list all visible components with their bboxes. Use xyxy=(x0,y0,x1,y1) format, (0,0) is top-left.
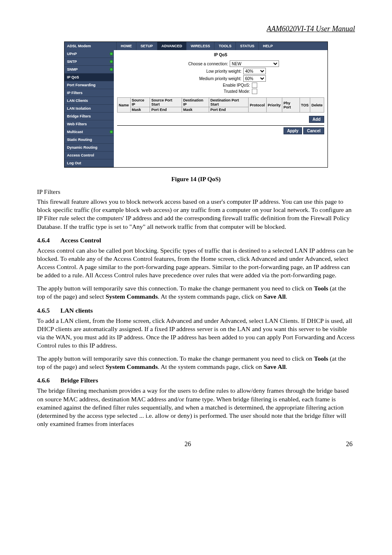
apply-button[interactable]: Apply xyxy=(284,127,302,134)
enable-ipqos-label: Enable IPQoS: xyxy=(184,83,252,88)
medium-priority-select[interactable]: 60% xyxy=(243,75,266,82)
cancel-button[interactable]: Cancel xyxy=(303,127,324,134)
sidebar-item-web-filters[interactable]: Web Filters xyxy=(65,120,114,128)
page-number-center: 26 xyxy=(39,440,336,448)
section-464-num: 4.6.4 xyxy=(37,237,50,244)
section-465-p2: The apply button will temporarily save t… xyxy=(37,355,355,371)
th-dst-mask: Mask xyxy=(182,107,209,113)
th-dst-port-start: Destination Port Start xyxy=(209,98,248,107)
tab-setup[interactable]: SETUP xyxy=(136,42,157,50)
tab-home[interactable]: HOME xyxy=(116,42,136,50)
sidebar-item-log-out[interactable]: Log Out xyxy=(65,159,114,167)
th-priority: Priority xyxy=(266,98,282,113)
section-464-p2: The apply button will temporarily save t… xyxy=(37,284,355,301)
th-src-port-start: Source Port Start xyxy=(150,98,182,107)
th-src-port-end: Port End xyxy=(150,107,182,113)
th-protocol: Protocol xyxy=(249,98,267,113)
sidebar-item-snmp[interactable]: SNMP xyxy=(65,66,114,74)
tab-wireless[interactable]: WIRELESS xyxy=(186,42,214,50)
choose-connection-label: Choose a connection: xyxy=(162,62,230,66)
sidebar-item-access-control[interactable]: Access Control xyxy=(65,152,114,159)
tab-help[interactable]: HELP xyxy=(258,42,277,50)
trusted-mode-label: Trusted Mode: xyxy=(184,89,252,94)
low-priority-select[interactable]: 40% xyxy=(243,68,266,74)
section-466-title: Bridge Filters xyxy=(60,377,98,384)
low-priority-label: Low priority weight: xyxy=(176,69,243,74)
document-header: AAM6020VI-T4 User Manual xyxy=(37,25,355,33)
th-name: Name xyxy=(118,98,131,113)
section-464-p1: Access control can also be called port b… xyxy=(37,246,355,280)
screenshot-ip-qos: ADSL Modem HOME SETUP ADVANCED WIRELESS … xyxy=(64,41,328,168)
th-dst-ip: Destination IP xyxy=(182,98,209,107)
th-dst-port-end: Port End xyxy=(209,107,248,113)
th-tos: TOS xyxy=(300,98,310,113)
th-phy-port: Phy Port xyxy=(282,98,300,113)
sidebar-item-sntp[interactable]: SNTP xyxy=(65,58,114,66)
top-nav: HOME SETUP ADVANCED WIRELESS TOOLS STATU… xyxy=(116,42,327,50)
sidebar-item-lan-isolation[interactable]: LAN Isolation xyxy=(65,105,114,113)
modem-brand: ADSL Modem xyxy=(65,42,116,50)
sidebar-item-ipqos[interactable]: IP QoS xyxy=(65,74,114,81)
sidebar-item-static-routing[interactable]: Static Routing xyxy=(65,136,114,144)
ip-filters-heading: IP Filters xyxy=(37,188,355,196)
section-466-num: 4.6.6 xyxy=(37,377,50,384)
th-src-ip: Source IP xyxy=(130,98,150,107)
medium-priority-label: Medium priority weight: xyxy=(176,76,243,81)
tab-status[interactable]: STATUS xyxy=(235,42,258,50)
tab-tools[interactable]: TOOLS xyxy=(214,42,235,50)
section-465-p1: To add a LAN client, from the Home scree… xyxy=(37,317,355,350)
sidebar-item-multicast[interactable]: Multicast xyxy=(65,128,114,136)
sidebar-item-port-forwarding[interactable]: Port Forwarding xyxy=(65,81,114,89)
ip-filters-body: This firewall feature allows you to bloc… xyxy=(37,198,355,231)
section-464-title: Access Control xyxy=(60,237,101,244)
trusted-mode-checkbox[interactable] xyxy=(252,89,257,94)
sidebar-item-dynamic-routing[interactable]: Dynamic Routing xyxy=(65,144,114,152)
th-src-mask: Mask xyxy=(130,107,150,113)
qos-rules-table: Name Source IP Source Port Start Destina… xyxy=(117,97,324,113)
section-465-title: LAN clients xyxy=(60,307,93,314)
section-465-num: 4.6.5 xyxy=(37,307,50,314)
content-title: IP QoS xyxy=(117,53,324,57)
sidebar-item-bridge-filters[interactable]: Bridge Filters xyxy=(65,113,114,120)
choose-connection-select[interactable]: NEW xyxy=(230,60,279,67)
th-delete: Delete xyxy=(310,98,324,113)
sidebar-item-upnp[interactable]: UPnP xyxy=(65,50,114,58)
figure-caption: Figure 14 (IP QoS) xyxy=(37,176,355,183)
section-466-p1: The bridge filtering mechanism provides … xyxy=(37,387,355,428)
page-number-right: 26 xyxy=(336,440,353,448)
sidebar-item-lan-clients[interactable]: LAN Clients xyxy=(65,97,114,105)
add-button[interactable]: Add xyxy=(309,116,324,123)
sidebar-item-ip-filters[interactable]: IP Filters xyxy=(65,89,114,97)
tab-advanced[interactable]: ADVANCED xyxy=(157,42,186,50)
sidebar: UPnP SNTP SNMP IP QoS Port Forwarding IP… xyxy=(65,50,114,167)
enable-ipqos-checkbox[interactable] xyxy=(252,83,257,88)
